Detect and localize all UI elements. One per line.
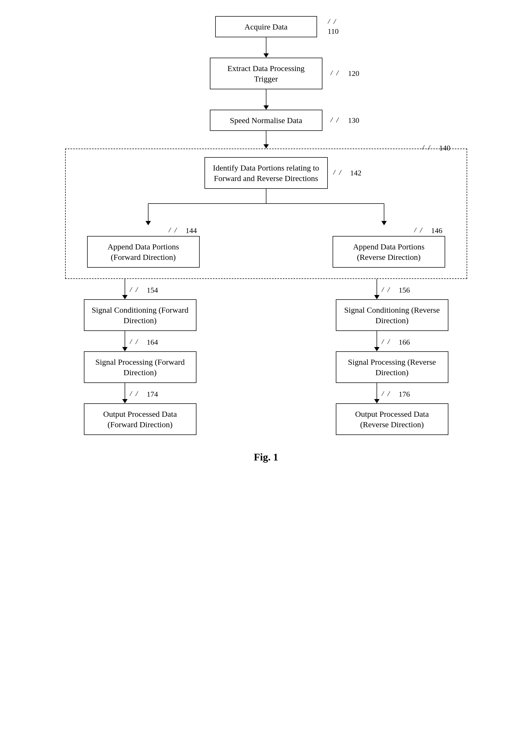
svg-text:/: / (130, 390, 132, 398)
sigproc-fwd-ref: 164 (147, 338, 158, 346)
forward-branch: / / 144 Append Data Portions (Forward Di… (82, 226, 205, 268)
figure-label: Fig. 1 (254, 451, 278, 463)
output-rev-box: Output Processed Data (Reverse Direction… (336, 403, 448, 435)
acquire-ref: 110 (328, 27, 339, 36)
svg-text:/: / (387, 390, 390, 398)
signal-proc-fwd-label: Signal Processing (Forward Direction) (95, 358, 185, 377)
signal-proc-fwd-box: Signal Processing (Forward Direction) (84, 351, 196, 383)
extract-ref: 120 (348, 69, 359, 78)
svg-text:/: / (339, 169, 342, 176)
sigproc-rev-ref: 166 (399, 338, 410, 346)
speed-normalise-box: Speed Normalise Data (210, 110, 322, 131)
dashed-section: / / 140 Identify Data Portions relating … (65, 148, 467, 279)
output-fwd-label: Output Processed Data (Forward Direction… (103, 410, 177, 429)
flowchart: Acquire Data / / 110 Extract Data Proces… (52, 16, 481, 463)
append-rev-box: Append Data Portions (Reverse Direction) (333, 236, 445, 268)
signal-cond-fwd-label: Signal Conditioning (Forward Direction) (92, 306, 189, 325)
identify-ref: 142 (350, 169, 362, 177)
arrow-sigproc-rev-to-output (374, 383, 379, 403)
speed-normalise-label: Speed Normalise Data (230, 116, 302, 125)
split-connector-svg (79, 189, 454, 226)
right-column: / / 156 Signal Conditioning (Reverse Dir… (328, 279, 456, 435)
svg-text:/: / (419, 227, 423, 234)
svg-text:/: / (330, 116, 333, 124)
append-rev-zigzag-icon: / / (414, 227, 430, 235)
signal-cond-rev-box: Signal Conditioning (Reverse Direction) (336, 299, 448, 331)
acquire-data-box: Acquire Data (215, 16, 317, 37)
sigcond-fwd-ref: 154 (147, 286, 158, 294)
identify-label: Identify Data Portions relating to Forwa… (213, 163, 319, 183)
signal-cond-rev-label: Signal Conditioning (Reverse Direction) (344, 306, 440, 325)
append-fwd-label: Append Data Portions (Forward Direction) (108, 242, 179, 261)
acquire-zigzag-icon: / / (328, 18, 352, 26)
svg-text:/: / (333, 169, 336, 176)
identify-box: Identify Data Portions relating to Forwa… (205, 157, 328, 189)
append-fwd-box: Append Data Portions (Forward Direction) (87, 236, 200, 268)
arrow-extract-to-speed (264, 89, 269, 110)
sigcond-rev-ref: 156 (399, 286, 410, 294)
svg-text:/: / (387, 338, 390, 346)
signal-proc-rev-box: Signal Processing (Reverse Direction) (336, 351, 448, 383)
svg-text:/: / (330, 69, 333, 77)
svg-text:/: / (422, 144, 425, 151)
svg-text:/: / (135, 390, 138, 398)
sigproc-fwd-zigzag-icon: / / (130, 338, 146, 346)
svg-text:/: / (382, 338, 384, 346)
svg-text:/: / (387, 286, 390, 294)
reverse-branch: / / 146 Append Data Portions (Reverse Di… (327, 226, 450, 268)
svg-marker-15 (381, 221, 387, 225)
identify-zigzag-icon: / / (333, 169, 349, 177)
extract-data-label: Extract Data Processing Trigger (227, 64, 304, 83)
arrow-acquire-to-extract (264, 37, 269, 58)
output-rev-ref: 176 (399, 390, 410, 398)
output-rev-zigzag-icon: / / (382, 390, 398, 398)
sigproc-rev-zigzag-icon: / / (382, 338, 398, 346)
sigcond-rev-zigzag-icon: / / (382, 286, 398, 294)
arrow-sigcond-rev-to-sigproc (374, 331, 379, 351)
svg-text:/: / (130, 338, 132, 346)
svg-text:/: / (427, 144, 431, 151)
append-rev-ref: 146 (431, 226, 443, 235)
arrow-sigcond-fwd-to-sigproc (122, 331, 128, 351)
svg-text:/: / (336, 69, 339, 77)
speed-zigzag-icon: / / (330, 116, 346, 124)
svg-text:/: / (328, 18, 330, 25)
sigcond-fwd-zigzag-icon: / / (130, 286, 146, 294)
speed-ref: 130 (348, 116, 359, 125)
append-rev-label: Append Data Portions (Reverse Direction) (353, 242, 424, 261)
arrow-append-rev-to-sigcond (374, 279, 379, 299)
svg-text:/: / (168, 227, 171, 234)
extract-zigzag-icon: / / (330, 69, 346, 77)
svg-marker-13 (145, 221, 151, 225)
svg-text:/: / (333, 18, 336, 25)
append-fwd-ref: 144 (186, 226, 197, 235)
svg-text:/: / (135, 338, 138, 346)
arrow-append-fwd-to-sigcond (122, 279, 128, 299)
svg-text:/: / (135, 286, 138, 294)
svg-text:/: / (174, 227, 177, 234)
acquire-data-label: Acquire Data (244, 22, 288, 31)
output-fwd-zigzag-icon: / / (130, 390, 146, 398)
svg-text:/: / (414, 227, 417, 234)
svg-text:/: / (130, 286, 132, 294)
dashed-zigzag-icon: / / (422, 144, 438, 152)
output-fwd-ref: 174 (147, 390, 158, 398)
extract-data-box: Extract Data Processing Trigger (210, 58, 322, 89)
svg-text:/: / (382, 390, 384, 398)
left-column: / / 154 Signal Conditioning (Forward Dir… (76, 279, 205, 435)
dashed-ref: 140 (439, 144, 450, 152)
signal-proc-rev-label: Signal Processing (Reverse Direction) (348, 358, 436, 377)
output-fwd-box: Output Processed Data (Forward Direction… (84, 403, 196, 435)
output-rev-label: Output Processed Data (Reverse Direction… (355, 410, 429, 429)
svg-text:/: / (336, 116, 339, 124)
arrow-sigproc-fwd-to-output (122, 383, 128, 403)
append-fwd-zigzag-icon: / / (168, 227, 185, 235)
signal-cond-fwd-box: Signal Conditioning (Forward Direction) (84, 299, 196, 331)
arrow-speed-to-dashed (264, 131, 269, 148)
svg-text:/: / (382, 286, 384, 294)
